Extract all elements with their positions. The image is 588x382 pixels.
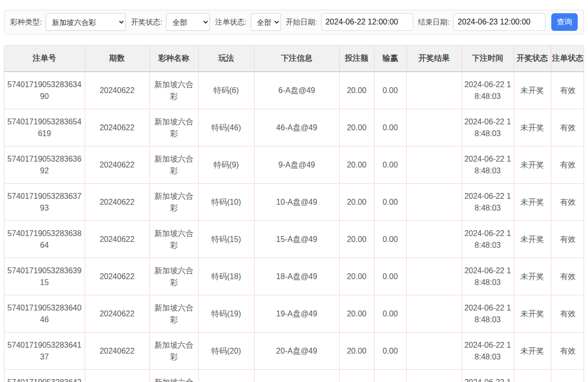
cell-draw-result: [406, 258, 462, 295]
cell-lottery-name: 新加坡六合彩: [149, 333, 198, 370]
cell-period: 20240622: [85, 72, 149, 109]
col-header-order-no: 注单号: [4, 46, 85, 72]
cell-order-status: 有效: [551, 146, 584, 184]
cell-lottery-name: 新加坡六合彩: [149, 184, 198, 221]
bets-table-head: 注单号期数彩种名称玩法下注信息投注额输赢开奖结果下注时间开奖状态注单状态: [4, 46, 584, 72]
query-button[interactable]: 查询: [551, 13, 578, 31]
cell-bet-amount: 20.00: [339, 221, 374, 258]
cell-win-loss: 0.00: [374, 184, 406, 221]
lottery-type-label: 彩种类型:: [10, 18, 42, 27]
table-row: 574017190532836369220240622新加坡六合彩特码(9)9-…: [4, 146, 584, 184]
table-row: 574017190532836386420240622新加坡六合彩特码(15)1…: [4, 221, 584, 258]
col-header-bet-info: 下注信息: [254, 46, 339, 72]
cell-win-loss: 0.00: [374, 258, 406, 295]
cell-bet-time: 2024-06-22 18:48:03: [462, 146, 514, 184]
bets-table: 注单号期数彩种名称玩法下注信息投注额输赢开奖结果下注时间开奖状态注单状态 574…: [4, 46, 584, 382]
cell-lottery-name: 新加坡六合彩: [149, 72, 198, 109]
draw-status-label: 开奖状态:: [131, 18, 162, 27]
cell-win-loss: 0.00: [374, 72, 406, 109]
cell-order-status: 有效: [551, 295, 584, 333]
end-date-label: 结束日期:: [418, 18, 449, 27]
cell-period: 20240622: [85, 258, 149, 295]
filter-group-lottery-type: 彩种类型: 新加坡六合彩: [10, 13, 126, 31]
cell-draw-status: 未开奖: [514, 146, 551, 184]
cell-play-type: 特码(22): [198, 370, 254, 382]
col-header-bet-time: 下注时间: [462, 46, 514, 72]
cell-lottery-name: 新加坡六合彩: [149, 109, 198, 146]
cell-win-loss: 0.00: [374, 333, 406, 370]
cell-order-status: 有效: [551, 72, 584, 109]
order-status-label: 注单状态:: [215, 18, 246, 27]
cell-win-loss: 0.00: [374, 146, 406, 184]
cell-play-type: 特码(46): [198, 109, 254, 146]
cell-draw-status: 未开奖: [514, 333, 551, 370]
filter-group-end-date: 结束日期:: [418, 13, 545, 31]
cell-period: 20240622: [85, 109, 149, 146]
cell-draw-result: [406, 146, 462, 184]
table-row: 574017190532836349020240622新加坡六合彩特码(6)6-…: [4, 72, 584, 109]
cell-bet-time: 2024-06-22 18:48:03: [462, 333, 514, 370]
cell-period: 20240622: [85, 295, 149, 333]
filter-group-start-date: 开始日期:: [286, 13, 413, 31]
table-row: 5740171905328365461920240622新加坡六合彩特码(46)…: [4, 109, 584, 146]
cell-bet-info: 10-A盘@49: [254, 184, 339, 221]
draw-status-select[interactable]: 全部: [166, 13, 210, 31]
end-date-input[interactable]: [453, 13, 545, 31]
cell-bet-info: 9-A盘@49: [254, 146, 339, 184]
cell-draw-status: 未开奖: [514, 370, 551, 382]
col-header-draw-result: 开奖结果: [406, 46, 462, 72]
cell-play-type: 特码(6): [198, 72, 254, 109]
col-header-win-loss: 输赢: [374, 46, 406, 72]
col-header-lottery-name: 彩种名称: [149, 46, 198, 72]
cell-win-loss: 0.00: [374, 109, 406, 146]
table-row: 574017190532836413720240622新加坡六合彩特码(20)2…: [4, 333, 584, 370]
cell-play-type: 特码(20): [198, 333, 254, 370]
table-row: 574017190532836404620240622新加坡六合彩特码(19)1…: [4, 295, 584, 333]
lottery-type-select[interactable]: 新加坡六合彩: [46, 13, 126, 31]
cell-order-no: 5740171905328364228: [4, 370, 85, 382]
cell-order-no: 5740171905328363692: [4, 146, 85, 184]
cell-bet-time: 2024-06-22 18:48:03: [462, 184, 514, 221]
cell-order-status: 有效: [551, 333, 584, 370]
cell-order-no: 5740171905328363793: [4, 184, 85, 221]
start-date-input[interactable]: [321, 13, 413, 31]
cell-play-type: 特码(10): [198, 184, 254, 221]
order-status-select[interactable]: 全部: [251, 13, 281, 31]
cell-bet-amount: 20.00: [339, 370, 374, 382]
bets-table-container: 注单号期数彩种名称玩法下注信息投注额输赢开奖结果下注时间开奖状态注单状态 574…: [4, 45, 584, 382]
filter-group-draw-status: 开奖状态: 全部: [131, 13, 210, 31]
cell-play-type: 特码(9): [198, 146, 254, 184]
cell-draw-status: 未开奖: [514, 258, 551, 295]
cell-bet-time: 2024-06-22 18:48:03: [462, 72, 514, 109]
cell-draw-result: [406, 333, 462, 370]
col-header-draw-status: 开奖状态: [514, 46, 551, 72]
cell-draw-status: 未开奖: [514, 109, 551, 146]
cell-draw-status: 未开奖: [514, 184, 551, 221]
cell-bet-amount: 20.00: [339, 146, 374, 184]
cell-bet-time: 2024-06-22 18:48:03: [462, 109, 514, 146]
cell-draw-status: 未开奖: [514, 221, 551, 258]
cell-draw-status: 未开奖: [514, 295, 551, 333]
cell-bet-amount: 20.00: [339, 72, 374, 109]
cell-order-no: 5740171905328363915: [4, 258, 85, 295]
cell-bet-info: 22-A盘@49: [254, 370, 339, 382]
col-header-bet-amount: 投注额: [339, 46, 374, 72]
cell-draw-result: [406, 72, 462, 109]
cell-draw-result: [406, 370, 462, 382]
cell-lottery-name: 新加坡六合彩: [149, 295, 198, 333]
cell-draw-result: [406, 221, 462, 258]
filter-bar: 彩种类型: 新加坡六合彩 开奖状态: 全部 注单状态: 全部 开始日期: 结束日…: [4, 10, 584, 34]
cell-draw-result: [406, 295, 462, 333]
cell-draw-result: [406, 109, 462, 146]
filter-group-order-status: 注单状态: 全部: [215, 13, 281, 31]
cell-period: 20240622: [85, 221, 149, 258]
cell-play-type: 特码(18): [198, 258, 254, 295]
cell-bet-info: 20-A盘@49: [254, 333, 339, 370]
cell-play-type: 特码(15): [198, 221, 254, 258]
col-header-period: 期数: [85, 46, 149, 72]
cell-period: 20240622: [85, 184, 149, 221]
cell-bet-amount: 20.00: [339, 333, 374, 370]
cell-order-status: 有效: [551, 258, 584, 295]
cell-order-status: 有效: [551, 370, 584, 382]
col-header-order-status: 注单状态: [551, 46, 584, 72]
